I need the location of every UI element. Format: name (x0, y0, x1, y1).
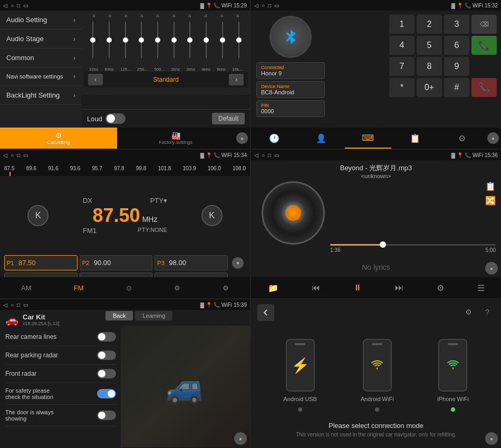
default-button[interactable]: Default (212, 113, 245, 124)
back-icon[interactable]: ◁ (3, 302, 7, 308)
home-icon[interactable]: ○ (11, 302, 14, 308)
music-eq-button[interactable]: ⚙ (437, 283, 444, 293)
conn-help-button[interactable]: ? (480, 305, 495, 319)
square-icon[interactable]: □ (268, 3, 271, 8)
eq-slider-500hz[interactable] (157, 22, 158, 64)
scroll-btn-3[interactable]: ● (232, 257, 244, 269)
eq-slider-125hz[interactable] (125, 22, 126, 64)
tab-car-setting[interactable]: ⚙ CarSetting (0, 128, 117, 149)
radio-fm-button[interactable]: FM (69, 284, 89, 292)
music-folder-button[interactable]: 📁 (268, 283, 278, 293)
loud-toggle[interactable] (105, 113, 126, 124)
front-radar-toggle[interactable] (97, 369, 116, 378)
tab-factory-settings[interactable]: 🏭 Factory settings (117, 128, 234, 149)
radio-am-button[interactable]: AM (16, 284, 37, 292)
radio-prev-button[interactable]: K (27, 205, 49, 226)
sidebar-item-backlight[interactable]: BackLight Setting › (0, 86, 82, 105)
menu-icon[interactable]: ▭ (274, 152, 279, 158)
radio-search-button[interactable]: ⊙ (121, 284, 137, 292)
eq-slider-4khz[interactable] (206, 22, 207, 64)
num-btn-5[interactable]: 5 (417, 36, 442, 55)
eq-slider-32hz[interactable] (92, 22, 93, 64)
bt-tab-contacts[interactable]: 👤 (298, 128, 345, 149)
menu-icon[interactable]: ▭ (23, 3, 28, 8)
num-btn-6[interactable]: 6 (444, 36, 469, 55)
door-toggle[interactable] (97, 411, 116, 420)
progress-bar[interactable] (330, 244, 496, 246)
conn-settings-button[interactable]: ⚙ (461, 305, 476, 319)
num-btn-3[interactable]: 3 (444, 15, 469, 34)
call-button[interactable]: 📞 (471, 36, 497, 55)
sidebar-item-audio-stage[interactable]: Audio Stage › (0, 30, 82, 48)
sidebar-item-audio-setting[interactable]: Audio Setting › (0, 11, 82, 30)
menu-icon[interactable]: ▭ (274, 3, 279, 8)
scroll-btn-2[interactable]: ● (487, 132, 499, 144)
bt-tab-clock[interactable]: 🕐 (251, 128, 298, 149)
rear-parking-toggle[interactable] (97, 350, 116, 360)
num-btn-4[interactable]: 4 (389, 36, 415, 55)
scroll-btn-5[interactable]: ● (234, 432, 247, 445)
shuffle-icon[interactable]: 🔀 (485, 196, 496, 206)
backspace-button[interactable]: ⌫ (471, 15, 497, 34)
conn-device-android-usb[interactable]: ⚡ Android USB (283, 339, 317, 412)
conn-back-button[interactable] (257, 304, 274, 321)
square-icon[interactable]: □ (268, 152, 271, 158)
num-btn-star[interactable]: * (389, 78, 415, 97)
music-next-button[interactable]: ⏭ (395, 283, 403, 293)
back-icon[interactable]: ◁ (254, 3, 258, 8)
menu-icon[interactable]: ▭ (23, 302, 28, 308)
safety-toggle[interactable] (97, 389, 116, 398)
eq-prev-button[interactable]: ‹ (88, 74, 103, 85)
preset-p1[interactable]: P1 87.50 (4, 255, 78, 270)
home-icon[interactable]: ○ (11, 3, 14, 8)
num-btn-0[interactable]: 0+ (417, 78, 442, 97)
sidebar-item-navi[interactable]: Navi software settings › (0, 67, 82, 86)
carkit-tab-learning[interactable]: Learning (135, 311, 172, 320)
back-icon[interactable]: ◁ (254, 152, 258, 158)
num-btn-8[interactable]: 8 (417, 57, 442, 76)
radio-next-button[interactable]: K (201, 205, 223, 226)
bt-tab-notes[interactable]: 📋 (391, 128, 438, 149)
music-pause-button[interactable]: ⏸ (353, 283, 362, 293)
music-list-button[interactable]: ☰ (477, 283, 485, 293)
num-btn-1[interactable]: 1 (389, 15, 415, 34)
carkit-tab-back[interactable]: Back (105, 311, 133, 320)
scroll-btn-4[interactable]: ● (485, 262, 498, 275)
conn-device-android-wifi[interactable]: Android WiFi (361, 339, 394, 412)
eq-slider-1khz[interactable] (174, 22, 175, 64)
hangup-button[interactable]: 📞 (471, 78, 497, 97)
home-icon[interactable]: ○ (262, 3, 265, 8)
menu-icon[interactable]: ▭ (23, 152, 28, 158)
eq-slider-8khz[interactable] (222, 22, 223, 64)
eq-slider-2khz[interactable] (189, 22, 190, 64)
preset-p3[interactable]: P3 98.00 (155, 255, 228, 270)
back-icon[interactable]: ◁ (3, 152, 7, 158)
scroll-btn-1[interactable]: ● (234, 132, 250, 144)
music-prev-button[interactable]: ⏮ (312, 283, 320, 293)
num-btn-9[interactable]: 9 (444, 57, 469, 76)
num-btn-2[interactable]: 2 (417, 15, 442, 34)
square-icon[interactable]: □ (17, 3, 20, 8)
sidebar-item-common[interactable]: Common › (0, 48, 82, 67)
playlist-icon[interactable]: 📋 (485, 181, 496, 191)
home-icon[interactable]: ○ (262, 152, 265, 158)
scroll-btn-6[interactable]: ● (485, 432, 498, 445)
conn-device-iphone-wifi[interactable]: iPhone WiFi (437, 339, 468, 412)
eq-next-button[interactable]: › (229, 74, 244, 85)
eq-slider-16khz[interactable] (238, 22, 239, 64)
bt-device-name-label: Device Name (261, 84, 320, 89)
eq-slider-64hz[interactable] (109, 22, 110, 64)
bt-tab-settings[interactable]: ⚙ (438, 128, 485, 149)
rear-camera-toggle[interactable] (97, 332, 116, 342)
square-icon[interactable]: □ (17, 152, 20, 158)
bt-tab-numpad[interactable]: ⌨ (345, 128, 392, 149)
square-icon[interactable]: □ (17, 302, 20, 308)
preset-p2[interactable]: P2 90.00 (80, 255, 153, 270)
num-btn-7[interactable]: 7 (389, 57, 415, 76)
back-icon[interactable]: ◁ (3, 3, 7, 8)
radio-settings-button[interactable]: ⚙ (217, 284, 234, 292)
radio-eq-button[interactable]: ⚙ (169, 284, 186, 292)
num-btn-hash[interactable]: # (444, 78, 469, 97)
eq-slider-250hz[interactable] (141, 22, 142, 64)
home-icon[interactable]: ○ (11, 152, 14, 158)
